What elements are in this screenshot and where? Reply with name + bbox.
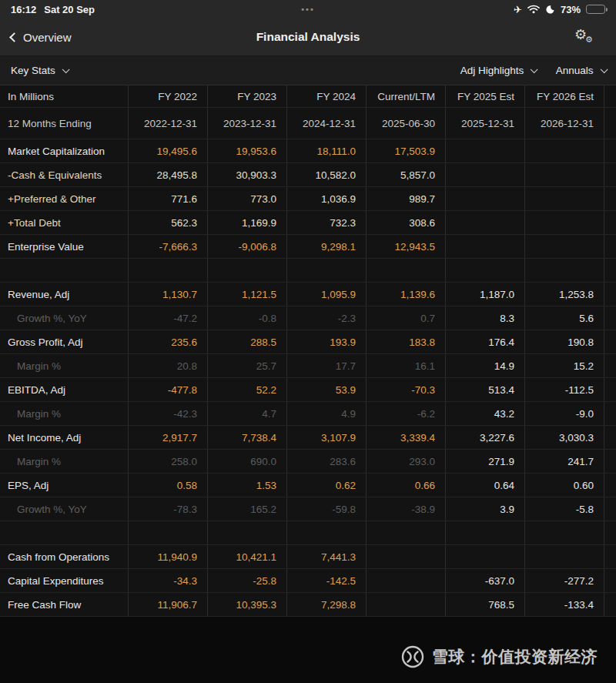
cell [445, 211, 524, 234]
cell [366, 259, 445, 282]
adj-highlights-dropdown[interactable]: Adj Highlights [460, 65, 536, 76]
cell[interactable]: -142.5 [286, 569, 366, 592]
cell [524, 163, 604, 186]
cell: 513.4 [445, 378, 524, 401]
cell[interactable]: 11,940.9 [128, 545, 207, 568]
cell: 3,227.6 [445, 426, 524, 449]
cell: -78.3 [128, 497, 207, 521]
column-header: Current/LTM [366, 85, 445, 107]
back-button[interactable]: Overview [0, 31, 72, 44]
multitasking-dots-icon[interactable]: ••• [0, 5, 616, 14]
cell [207, 259, 286, 282]
cell[interactable]: 235.6 [128, 330, 207, 353]
cell[interactable]: 1,121.5 [207, 283, 286, 306]
cell[interactable]: 3,107.9 [286, 426, 366, 449]
cell [524, 235, 604, 258]
cell[interactable]: 11,906.7 [128, 593, 207, 616]
cell[interactable]: 2,917.7 [128, 426, 207, 449]
cell: 17.7 [286, 354, 366, 377]
column-header: FY 2025 Est [445, 85, 524, 107]
cell [604, 259, 616, 282]
cell[interactable]: 9,298.1 [286, 235, 366, 258]
cell [524, 139, 604, 162]
cell [366, 545, 445, 568]
cell: -133.4 [524, 593, 604, 616]
cell: 3,030.3 [524, 426, 604, 449]
key-stats-label: Key Stats [11, 65, 55, 76]
period-end-date: 2024-12-31 [286, 108, 366, 139]
cell: -47.2 [128, 306, 207, 330]
cell [524, 211, 604, 234]
cell[interactable]: 7,441.3 [286, 545, 366, 568]
cell: 1,169.9 [207, 211, 286, 234]
cell [445, 187, 524, 210]
cell: 271.9 [445, 450, 524, 473]
cell[interactable]: -34.3 [128, 569, 207, 592]
cell: 1,187.0 [445, 283, 524, 306]
cell[interactable]: 7,738.4 [207, 426, 286, 449]
cell [604, 163, 616, 186]
cell [207, 521, 286, 544]
cell: 5,857.0 [366, 163, 445, 186]
cell: 258.0 [128, 450, 207, 473]
cell[interactable]: -70.3 [366, 378, 445, 401]
period-end-date: 2023-12-31 [207, 108, 286, 139]
cell[interactable]: 10,421.1 [207, 545, 286, 568]
settings-gears-button[interactable]: ⚙ ⚙ [574, 26, 596, 48]
cell[interactable]: 1.53 [207, 474, 286, 497]
column-header: FY 2027 Est [604, 85, 616, 107]
cell[interactable]: 10,395.3 [207, 593, 286, 616]
page-title: Financial Analysis [0, 30, 616, 44]
annuals-dropdown[interactable]: Annuals [556, 65, 605, 76]
cell[interactable]: 19,495.6 [128, 139, 207, 162]
cell: 293.0 [366, 450, 445, 473]
cell [445, 259, 524, 282]
period-end-date: 2026-12-31 [524, 108, 604, 139]
cell: 0.60 [524, 474, 604, 497]
cell[interactable]: 1,130.7 [128, 283, 207, 306]
row-label: Net Income, Adj [0, 426, 128, 449]
row-label: Margin % [0, 354, 128, 377]
cell: 14.9 [445, 354, 524, 377]
cell[interactable]: 0.58 [128, 474, 207, 497]
table-row: EBITDA, Adj-477.852.253.9-70.3513.4-112.… [0, 378, 616, 402]
cell[interactable]: 18,111.0 [286, 139, 366, 162]
financials-table: In MillionsFY 2022FY 2023FY 2024Current/… [0, 85, 616, 617]
cell[interactable]: 0.62 [286, 474, 366, 497]
cell[interactable]: 12,943.5 [366, 235, 445, 258]
cell [366, 569, 445, 592]
cell [128, 259, 207, 282]
row-label: Market Capitalization [0, 139, 128, 162]
cell[interactable]: -477.8 [128, 378, 207, 401]
status-bar: 16:12 Sat 20 Sep ••• ✈ 73% [0, 0, 616, 18]
cell[interactable]: 3,339.4 [366, 426, 445, 449]
cell[interactable]: 1,139.6 [366, 283, 445, 306]
cell: 8.3 [445, 306, 524, 330]
table-row: Net Income, Adj2,917.77,738.43,107.93,33… [0, 426, 616, 450]
cell[interactable]: 193.9 [286, 330, 366, 353]
table-row: Margin %258.0690.0283.6293.0271.9241.7 [0, 450, 616, 474]
column-header: FY 2024 [286, 85, 366, 107]
cell[interactable]: -9,006.8 [207, 235, 286, 258]
cell[interactable]: 53.9 [286, 378, 366, 401]
cell [604, 450, 616, 473]
cell[interactable]: 0.66 [366, 474, 445, 497]
cell[interactable]: 288.5 [207, 330, 286, 353]
cell[interactable]: 52.2 [207, 378, 286, 401]
cell [286, 259, 366, 282]
period-end-date: 2027-12-31 [604, 108, 616, 139]
cell [604, 283, 616, 306]
key-stats-dropdown[interactable]: Key Stats [11, 65, 67, 76]
cell [366, 593, 445, 616]
cell[interactable]: -7,666.3 [128, 235, 207, 258]
cell[interactable]: 19,953.6 [207, 139, 286, 162]
cell [604, 211, 616, 234]
cell[interactable]: 183.8 [366, 330, 445, 353]
cell[interactable]: 7,298.8 [286, 593, 366, 616]
table-row: Cash from Operations11,940.910,421.17,44… [0, 545, 616, 569]
cell: 768.5 [445, 593, 524, 616]
row-label: Cash from Operations [0, 545, 128, 568]
cell[interactable]: 17,503.9 [366, 139, 445, 162]
cell[interactable]: 1,095.9 [286, 283, 366, 306]
cell[interactable]: -25.8 [207, 569, 286, 592]
